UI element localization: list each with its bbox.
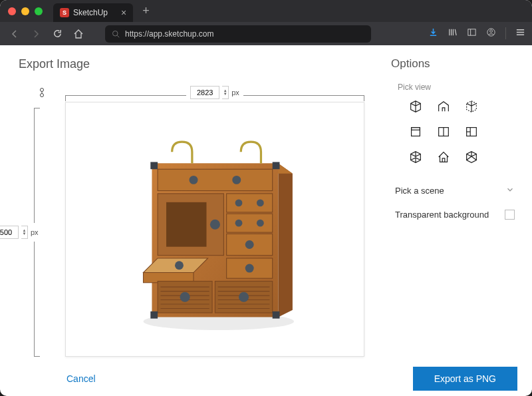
browser-toolbar: https://app.sketchup.com	[0, 22, 532, 45]
width-spinner[interactable]: ▲▼	[222, 86, 229, 99]
options-panel: Options Pick view Pick a scene Transpare…	[378, 45, 532, 365]
preview-column: ▲▼ px	[65, 83, 364, 357]
vertical-dimension: ▲▼ px	[19, 83, 65, 357]
transparent-bg-label: Transparent background	[395, 210, 489, 220]
height-bracket: ▲▼ px	[34, 108, 50, 357]
view-xray-button[interactable]	[407, 149, 424, 165]
image-preview	[65, 102, 364, 357]
height-input[interactable]	[0, 226, 19, 239]
height-spinner[interactable]: ▲▼	[21, 226, 28, 239]
minimize-window-button[interactable]	[21, 7, 29, 15]
pick-scene-row[interactable]: Pick a scene	[391, 178, 519, 203]
view-home-button[interactable]	[435, 149, 452, 165]
url-bar[interactable]: https://app.sketchup.com	[105, 25, 371, 43]
account-icon[interactable]	[486, 27, 496, 40]
svg-rect-10	[158, 169, 273, 190]
menu-icon[interactable]	[515, 27, 525, 40]
cabinet-model-icon	[88, 122, 342, 337]
new-tab-button[interactable]: +	[142, 4, 150, 18]
app-content: Export Image ▲▼ px	[0, 45, 532, 365]
search-icon	[112, 30, 120, 38]
sidebar-icon[interactable]	[467, 27, 477, 40]
svg-point-11	[189, 176, 198, 184]
view-right-button[interactable]	[435, 124, 452, 140]
close-window-button[interactable]	[8, 7, 16, 15]
dialog-footer: Cancel Export as PNG	[0, 365, 532, 396]
svg-rect-16	[226, 194, 272, 212]
view-grid	[407, 99, 519, 165]
view-hidden-button[interactable]	[463, 99, 480, 114]
svg-rect-47	[150, 311, 158, 319]
close-tab-icon[interactable]: ×	[121, 7, 126, 18]
svg-rect-45	[150, 162, 158, 169]
svg-rect-1	[468, 29, 475, 35]
view-back-button[interactable]	[463, 124, 480, 140]
svg-marker-7	[278, 164, 293, 317]
svg-point-12	[232, 176, 241, 184]
svg-point-28	[245, 264, 253, 273]
width-input-wrap: ▲▼ px	[186, 86, 243, 99]
svg-point-3	[490, 30, 493, 33]
svg-rect-46	[272, 162, 279, 169]
svg-rect-48	[272, 311, 279, 319]
dimensions-area: ▲▼ px ▲▼ px	[19, 83, 364, 357]
svg-point-26	[175, 261, 184, 270]
export-png-button[interactable]: Export as PNG	[413, 367, 517, 391]
svg-point-0	[113, 31, 118, 36]
options-title: Options	[391, 57, 519, 71]
height-unit: px	[31, 228, 39, 236]
svg-point-21	[257, 220, 264, 227]
svg-point-15	[209, 220, 219, 230]
forward-button[interactable]	[28, 26, 44, 42]
downloads-icon[interactable]	[428, 27, 438, 40]
browser-tab[interactable]: S SketchUp ×	[53, 3, 133, 22]
view-iso-button[interactable]	[407, 99, 424, 114]
view-perspective-button[interactable]	[463, 149, 480, 165]
toolbar-right	[428, 27, 525, 40]
view-top-button[interactable]	[435, 99, 452, 114]
sketchup-favicon: S	[60, 8, 69, 17]
window-controls	[8, 7, 43, 15]
home-button[interactable]	[70, 26, 86, 42]
export-panel: Export Image ▲▼ px	[0, 45, 378, 365]
svg-point-44	[239, 292, 249, 302]
browser-window: S SketchUp × + https://app.sketchup.com	[0, 0, 532, 396]
view-front-button[interactable]	[407, 124, 424, 140]
svg-point-43	[180, 292, 190, 302]
height-input-wrap: ▲▼ px	[0, 223, 39, 242]
reload-button[interactable]	[49, 26, 65, 42]
cancel-button[interactable]: Cancel	[66, 373, 96, 384]
titlebar: S SketchUp × +	[0, 0, 532, 22]
back-button[interactable]	[7, 26, 23, 42]
svg-point-18	[257, 200, 264, 207]
separator	[505, 27, 506, 39]
pick-scene-label: Pick a scene	[395, 186, 444, 196]
svg-point-17	[235, 200, 242, 207]
transparent-bg-checkbox[interactable]	[505, 210, 515, 220]
svg-point-4	[41, 89, 44, 92]
pick-view-label: Pick view	[398, 83, 519, 92]
svg-rect-19	[226, 214, 272, 232]
width-input[interactable]	[190, 86, 219, 99]
transparent-bg-row[interactable]: Transparent background	[391, 203, 519, 226]
maximize-window-button[interactable]	[35, 7, 43, 15]
url-text: https://app.sketchup.com	[125, 29, 213, 39]
width-unit: px	[231, 89, 239, 97]
svg-rect-14	[166, 202, 206, 247]
aspect-lock-icon[interactable]	[38, 87, 46, 100]
library-icon[interactable]	[448, 27, 458, 40]
svg-rect-50	[412, 128, 420, 130]
tab-title: SketchUp	[73, 8, 108, 17]
dialog-title: Export Image	[19, 57, 364, 71]
svg-point-20	[235, 220, 242, 227]
horizontal-dimension: ▲▼ px	[65, 83, 364, 102]
svg-point-5	[41, 94, 44, 97]
svg-rect-49	[412, 128, 420, 136]
chevron-down-icon	[505, 185, 515, 196]
svg-point-23	[245, 240, 253, 249]
